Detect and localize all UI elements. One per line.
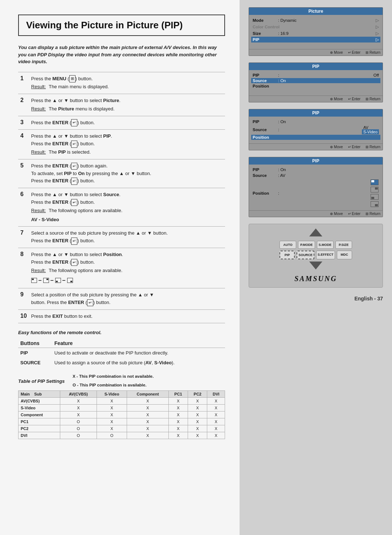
pip-col-header: Main Sub <box>19 390 60 397</box>
feature-desc: Used to activate or deactivate the PIP f… <box>52 348 225 358</box>
easy-functions-label: Easy functions of the remote control. <box>18 330 225 335</box>
osd-label: Position <box>253 135 278 139</box>
step-number: 4 <box>18 130 29 159</box>
osd-value: : On <box>278 119 379 124</box>
table-row: PC1 O X X X X X <box>19 418 225 425</box>
pip-settings-table: Main Sub AV(CVBS) S-Video Component PC1 … <box>18 390 225 439</box>
remote-button-pip[interactable]: PIP <box>279 251 295 259</box>
osd-label: Source <box>253 78 278 83</box>
osd-row: Position <box>253 83 379 89</box>
page-footer: English - 37 <box>354 296 383 301</box>
remote-button-smode[interactable]: S.MODE <box>317 241 334 249</box>
osd-title: PIP <box>249 63 383 70</box>
step-content: Press the MENU (⊞) button. Result: The m… <box>29 72 225 94</box>
pip-cell: X <box>127 432 169 439</box>
position-list <box>370 179 379 207</box>
osd-arrow: ▷ <box>376 37 379 42</box>
feature-desc: Used to assign a source of the sub pictu… <box>52 358 225 368</box>
page-title: Viewing the Picture in Picture (PIP) <box>26 20 217 31</box>
page-title-box: Viewing the Picture in Picture (PIP) <box>18 15 225 36</box>
table-row: 1 Press the MENU (⊞) button. Result: The… <box>18 72 225 94</box>
pip-cell: X <box>188 411 207 418</box>
pip-col-header: S-Video <box>97 390 127 397</box>
pip-cell: X <box>168 397 188 404</box>
step-content: Press the ▲ or ▼ button to select Source… <box>29 188 225 227</box>
osd-value: : On <box>278 78 379 83</box>
osd-body: Mode : Dynamic ▷ Color Control ▷ Size : … <box>249 15 383 49</box>
button-name: PIP <box>18 348 52 358</box>
pip-cell: X <box>188 432 207 439</box>
remote-control: AUTO P.MODE S.MODE P.SIZE PIP SOURCE S.E… <box>249 224 383 288</box>
osd-label: Position <box>253 191 278 195</box>
pip-cell: X <box>168 432 188 439</box>
remote-buttons-row1: AUTO P.MODE S.MODE P.SIZE <box>279 241 352 249</box>
osd-label: Position <box>253 84 278 88</box>
button-name: SOURCE <box>18 358 52 368</box>
pip-cell: X <box>188 425 207 432</box>
pip-row-label: PC2 <box>19 425 60 432</box>
pip-cell: X <box>127 418 169 425</box>
step-content: Press the ENTER (↵) button again. To act… <box>29 159 225 188</box>
remote-button-auto[interactable]: AUTO <box>279 241 296 249</box>
remote-button-source[interactable]: SOURCE <box>297 251 314 259</box>
osd-value: : Dynamic <box>278 18 376 23</box>
table-row: AV(CVBS) X X X X X X <box>19 397 225 404</box>
step-number: 2 <box>18 94 29 116</box>
table-row: 9 Select a position of the sub picture b… <box>18 288 225 310</box>
step-number: 9 <box>18 288 29 310</box>
pip-cell: X <box>207 425 225 432</box>
osd-body: PIP : On Source : AV S-Video Position <box>249 117 383 143</box>
table-row: 6 Press the ▲ or ▼ button to select Sour… <box>18 188 225 227</box>
osd-row: PIP : On <box>253 119 379 125</box>
remote-arrow-down-icon <box>309 262 322 269</box>
footer-move: ⊕ Move <box>330 145 343 149</box>
pip-cell: X <box>60 404 97 411</box>
table-row: DVI O O X X X X <box>19 432 225 439</box>
table-row: 2 Press the ▲ or ▼ button to select Pict… <box>18 94 225 116</box>
osd-arrow: ▷ <box>376 18 379 23</box>
pip-col-header: PC1 <box>168 390 188 397</box>
pip-cell: X <box>168 411 188 418</box>
step-content: Select a position of the sub picture by … <box>29 288 225 310</box>
pip-cell: X <box>97 397 127 404</box>
pip-cell: O <box>60 425 97 432</box>
osd-screen-picture: Picture Mode : Dynamic ▷ Color Control ▷… <box>249 7 383 56</box>
osd-row: Source : AV <box>253 173 379 178</box>
remote-button-mdc[interactable]: MDC <box>337 251 352 259</box>
pip-col-header: Component <box>127 390 169 397</box>
pip-cell: X <box>97 404 127 411</box>
osd-value: : On <box>278 167 379 172</box>
osd-title: Picture <box>249 8 383 15</box>
footer-move: ⊕ Move <box>330 212 343 216</box>
osd-row: Position : <box>253 178 379 208</box>
footer-enter: ↵ Enter <box>348 212 361 216</box>
col-header-buttons: Buttons <box>18 339 52 348</box>
footer-return: ⊞ Return <box>366 50 380 54</box>
osd-label: Source <box>253 127 278 132</box>
osd-label: PIP <box>253 119 278 124</box>
pip-cell: X <box>188 397 207 404</box>
osd-body: PIP : On Source : AV Position : <box>249 165 383 210</box>
col-header-feature: Feature <box>52 339 225 348</box>
osd-arrow: ▷ <box>376 31 379 36</box>
pip-cell: O <box>60 432 97 439</box>
position-option <box>370 179 379 186</box>
step-content: Press the ▲ or ▼ button to select Pictur… <box>29 94 225 116</box>
remote-button-seffect[interactable]: S.EFFECT <box>316 251 335 259</box>
pip-cell: X <box>188 418 207 425</box>
osd-footer: ⊕ Move ↵ Enter ⊞ Return <box>249 210 383 217</box>
footer-move: ⊕ Move <box>330 97 343 101</box>
pip-cell: X <box>97 425 127 432</box>
osd-label: Size <box>253 31 278 36</box>
position-option <box>370 186 379 193</box>
osd-footer: ⊕ Move ↵ Enter ⊞ Return <box>249 143 383 150</box>
pip-cell: X <box>60 411 97 418</box>
pip-settings-title: Table of PIP Settings <box>18 378 65 384</box>
pip-cell: O <box>60 418 97 425</box>
remote-button-pmode[interactable]: P.MODE <box>298 241 315 249</box>
remote-button-psize[interactable]: P.SIZE <box>335 241 352 249</box>
table-row: S-Video X X X X X X <box>19 404 225 411</box>
osd-body: PIP : Off Source : On Position <box>249 70 383 96</box>
pip-cell: X <box>97 418 127 425</box>
pip-note-o: O - This PIP combination is available. <box>73 382 154 388</box>
